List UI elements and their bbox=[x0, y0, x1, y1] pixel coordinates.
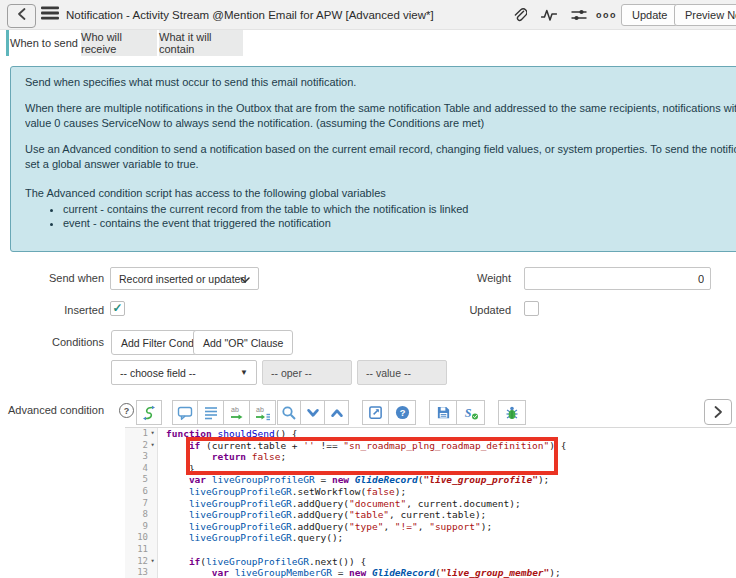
personalize-form-button[interactable] bbox=[571, 7, 587, 23]
page-title: Notification - Activity Stream @Mention … bbox=[66, 0, 434, 30]
line-number-gutter: 13 bbox=[125, 567, 158, 578]
chevron-down-icon bbox=[306, 406, 320, 420]
search-button[interactable] bbox=[277, 400, 301, 425]
line-number-gutter: 10 bbox=[125, 532, 158, 544]
svg-text:?: ? bbox=[399, 408, 405, 418]
editor-help-button[interactable]: ? bbox=[389, 400, 416, 425]
debug-button[interactable] bbox=[498, 400, 526, 425]
svg-text:S: S bbox=[464, 406, 471, 420]
line-number-gutter: 5 bbox=[125, 474, 158, 486]
expand-editor-button[interactable] bbox=[704, 399, 732, 425]
search-icon bbox=[281, 405, 297, 421]
syntax-check-button[interactable]: S bbox=[457, 400, 485, 425]
comment-button[interactable] bbox=[172, 400, 198, 425]
hamburger-icon bbox=[41, 6, 59, 24]
tab-label: What it will contain bbox=[159, 31, 243, 55]
format-lines-icon bbox=[203, 405, 219, 421]
fold-arrow-icon[interactable]: ▾ bbox=[148, 428, 157, 440]
menu-button[interactable] bbox=[41, 8, 61, 22]
add-or-clause-button[interactable]: Add "OR" Clause bbox=[193, 330, 293, 355]
save-script-button[interactable] bbox=[429, 400, 457, 425]
code-line[interactable]: 13 var liveGroupMemberGR = new GlideReco… bbox=[125, 567, 736, 578]
format-code-button[interactable] bbox=[136, 400, 162, 425]
inserted-checkbox[interactable]: ✓ bbox=[110, 301, 125, 316]
bug-icon bbox=[504, 405, 520, 421]
help-icon[interactable]: ? bbox=[119, 403, 134, 418]
open-in-new-icon bbox=[368, 405, 383, 420]
code-line[interactable]: 10 liveGroupProfileGR.query(); bbox=[125, 532, 736, 544]
updated-checkbox[interactable]: ✓ bbox=[524, 301, 539, 316]
code-line[interactable]: 9 liveGroupProfileGR.addQuery("type", "!… bbox=[125, 521, 736, 533]
chevron-right-icon bbox=[712, 405, 724, 419]
more-dots-icon: ooo bbox=[596, 10, 617, 20]
chevron-down-icon bbox=[240, 273, 250, 285]
toolbar-group-script bbox=[136, 400, 162, 425]
send-when-info-box: Send when specifies what must occur to s… bbox=[10, 66, 736, 252]
weight-input[interactable] bbox=[524, 267, 711, 290]
svg-text:ab: ab bbox=[256, 406, 264, 413]
value-select-disabled: -- value -- bbox=[357, 360, 447, 385]
line-number-gutter: 9 bbox=[125, 521, 158, 533]
code-line[interactable]: 4 } bbox=[125, 463, 736, 475]
dropdown-arrow-icon: ▼ bbox=[240, 368, 248, 377]
code-line[interactable]: 8 liveGroupProfileGR.addQuery("table", c… bbox=[125, 509, 736, 521]
code-line[interactable]: 7 liveGroupProfileGR.addQuery("document"… bbox=[125, 498, 736, 510]
line-number-gutter: 7 bbox=[125, 498, 158, 510]
more-options-button[interactable]: ooo bbox=[596, 6, 617, 24]
header-bar: Notification - Activity Stream @Mention … bbox=[0, 0, 736, 30]
toolbar-group-edit: ab ab bbox=[172, 400, 276, 425]
tab-when-to-send[interactable]: When to send bbox=[6, 30, 79, 56]
open-in-new-window-button[interactable] bbox=[362, 400, 389, 425]
toolbar-group-search bbox=[277, 400, 349, 425]
replace-button[interactable]: ab bbox=[224, 400, 250, 425]
find-previous-button[interactable] bbox=[325, 400, 349, 425]
tab-who-will-receive[interactable]: Who will receive bbox=[81, 30, 157, 56]
info-paragraph: set a global answer variable to true. bbox=[25, 157, 736, 172]
advanced-condition-script-editor[interactable]: 1▾function shouldSend() {2▾ if (current.… bbox=[125, 427, 736, 578]
code-line[interactable]: 2▾ if (current.table + '' !== "sn_roadma… bbox=[125, 440, 736, 452]
code-line[interactable]: 6 liveGroupProfileGR.setWorkflow(false); bbox=[125, 486, 736, 498]
tab-what-it-will-contain[interactable]: What it will contain bbox=[159, 30, 243, 56]
preview-notification-button[interactable]: Preview Notification bbox=[674, 4, 736, 26]
activity-stream-button[interactable] bbox=[541, 7, 557, 23]
format-code-icon bbox=[141, 405, 157, 421]
operator-select-disabled: -- oper -- bbox=[262, 360, 352, 385]
find-next-button[interactable] bbox=[301, 400, 325, 425]
code-line[interactable]: 5 var liveGroupProfileGR = new GlideReco… bbox=[125, 474, 736, 486]
code-line[interactable]: 12▾ if(liveGroupProfileGR.next()) { bbox=[125, 556, 736, 568]
info-paragraph: value 0 causes ServiceNow to always send… bbox=[25, 116, 736, 131]
check-icon: ✓ bbox=[112, 301, 122, 315]
advanced-condition-label: Advanced condition bbox=[0, 404, 104, 416]
back-button[interactable] bbox=[7, 4, 36, 28]
code-lines: 1▾function shouldSend() {2▾ if (current.… bbox=[125, 428, 736, 578]
replace-all-button[interactable]: ab bbox=[250, 400, 276, 425]
code-line[interactable]: 3 return false; bbox=[125, 451, 736, 463]
toolbar-group-window: ? bbox=[362, 400, 416, 425]
line-number-gutter: 1▾ bbox=[125, 428, 158, 440]
code-line[interactable]: 1▾function shouldSend() { bbox=[125, 428, 736, 440]
list-item: event - contains the event that triggere… bbox=[63, 217, 736, 231]
replace-all-icon: ab bbox=[255, 405, 271, 421]
list-item: current - contains the current record fr… bbox=[63, 203, 736, 217]
chevron-left-icon bbox=[16, 7, 28, 25]
line-number-gutter: 3 bbox=[125, 451, 158, 463]
choose-field-select[interactable]: -- choose field -- ▼ bbox=[111, 360, 257, 385]
toolbar-group-save: S bbox=[429, 400, 485, 425]
info-paragraph: Send when specifies what must occur to s… bbox=[25, 75, 736, 90]
send-when-select[interactable]: Record inserted or updated bbox=[110, 267, 259, 290]
fold-arrow-icon[interactable]: ▾ bbox=[148, 440, 157, 452]
code-line[interactable]: 11 bbox=[125, 544, 736, 556]
tab-label: Who will receive bbox=[81, 31, 157, 55]
toolbar-group-debug bbox=[498, 400, 526, 425]
update-button[interactable]: Update bbox=[621, 4, 678, 26]
comment-icon bbox=[177, 405, 193, 421]
line-number-gutter: 6 bbox=[125, 486, 158, 498]
attachment-button[interactable] bbox=[511, 7, 527, 23]
format-lines-button[interactable] bbox=[198, 400, 224, 425]
waveform-icon bbox=[541, 7, 557, 23]
conditions-label: Conditions bbox=[0, 336, 104, 348]
fold-arrow-icon[interactable]: ▾ bbox=[148, 556, 157, 568]
updated-label: Updated bbox=[400, 304, 511, 316]
chevron-up-icon bbox=[330, 406, 344, 420]
help-filled-icon: ? bbox=[395, 405, 410, 420]
